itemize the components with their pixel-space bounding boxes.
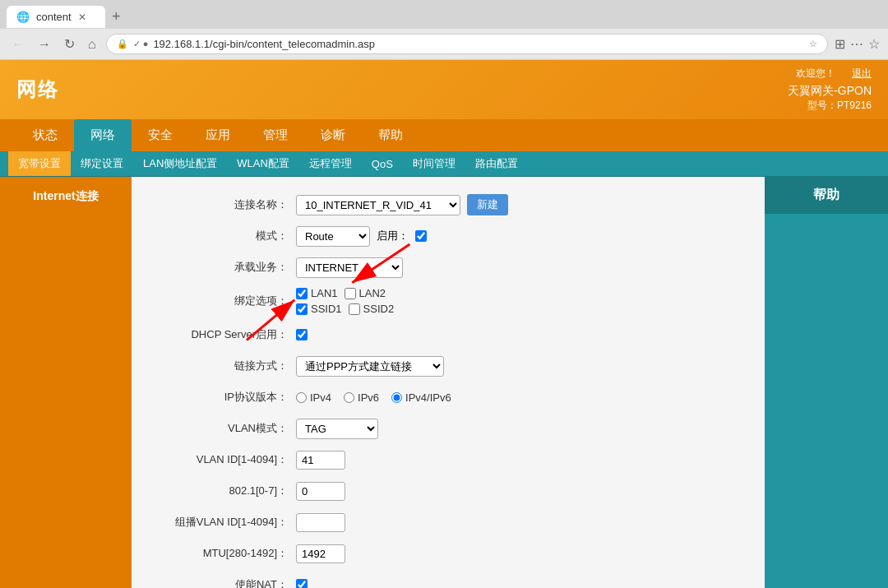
connection-name-group: 连接名称： 10_INTERNET_R_VID_41 新建 [148, 193, 748, 216]
router-info-top: 欢迎您！ 退出 [788, 67, 872, 81]
welcome-text: 欢迎您！ [796, 67, 835, 81]
ssid2-checkbox[interactable] [349, 303, 360, 315]
forward-btn[interactable]: → [35, 35, 54, 53]
nav-network[interactable]: 网络 [74, 119, 132, 151]
vlan-id-input[interactable] [296, 451, 345, 470]
subnav-lan[interactable]: LAN侧地址配置 [133, 151, 227, 176]
subnav-broadband[interactable]: 宽带设置 [8, 151, 71, 176]
connection-name-select[interactable]: 10_INTERNET_R_VID_41 [296, 195, 460, 215]
subnav-time[interactable]: 时间管理 [403, 151, 465, 176]
new-tab-btn[interactable]: + [105, 5, 127, 29]
menu-btn[interactable]: ⋯ [850, 36, 863, 52]
dhcp-label: DHCP Server启用： [148, 327, 296, 342]
dhcp-group: DHCP Server启用： [148, 323, 748, 346]
nav-help[interactable]: 帮助 [362, 119, 419, 151]
group-vlan-input[interactable] [296, 513, 345, 532]
dhcp-checkbox[interactable] [296, 329, 308, 340]
ipv4-radio[interactable] [296, 392, 307, 403]
tab-title: content [36, 11, 72, 23]
star-icon[interactable]: ☆ [809, 39, 817, 49]
mode-group: 模式： Route Bridge 启用： [148, 225, 748, 248]
logout-btn[interactable]: 退出 [852, 67, 872, 81]
service-select[interactable]: INTERNET TR069 VOICE [296, 257, 403, 278]
nav-manage[interactable]: 管理 [247, 119, 304, 151]
bind-ssid1: SSID1 [296, 303, 342, 315]
ssid1-label: SSID1 [311, 303, 342, 315]
s802-input[interactable] [296, 482, 345, 501]
s802-group: 802.1[0-7]： [148, 479, 748, 502]
ipv4ipv6-option: IPv4/IPv6 [391, 391, 451, 404]
mtu-control [296, 544, 345, 563]
bookmark-btn[interactable]: ☆ [868, 36, 880, 52]
refresh-btn[interactable]: ↻ [61, 35, 78, 53]
bind-lan2: LAN2 [345, 287, 386, 299]
url-box[interactable]: 🔒 ✓ ● 192.168.1.1/cgi-bin/content_teleco… [106, 34, 828, 54]
enable-checkbox[interactable] [415, 230, 427, 242]
dhcp-control [296, 329, 308, 340]
main-nav: 状态 网络 安全 应用 管理 诊断 帮助 [0, 119, 888, 151]
subnav-remote[interactable]: 远程管理 [299, 151, 362, 176]
s802-label: 802.1[0-7]： [148, 484, 296, 498]
nav-diagnose[interactable]: 诊断 [304, 119, 362, 151]
home-btn[interactable]: ⌂ [85, 35, 99, 53]
ipv6-radio[interactable] [344, 392, 354, 403]
content-area: Internet连接 连接名称： 10_INTERNET_R_VID_41 新建 [0, 177, 888, 588]
ipv6-label: IPv6 [358, 391, 379, 404]
back-btn[interactable]: ← [8, 35, 28, 53]
vlan-id-group: VLAN ID[1-4094]： [148, 448, 748, 471]
tab-favicon: 🌐 [16, 11, 30, 23]
bind-options: LAN1 LAN2 SSID1 [296, 287, 394, 315]
help-panel: 帮助 [765, 177, 888, 588]
bind-row-2: SSID1 SSID2 [296, 303, 394, 315]
nat-checkbox[interactable] [296, 579, 308, 588]
bind-ssid2: SSID2 [349, 303, 395, 315]
group-vlan-label: 组播VLAN ID[1-4094]： [148, 515, 296, 530]
link-select[interactable]: 通过PPP方式建立链接 通过DHCP方式建立链接 静态IP [296, 356, 444, 377]
connection-name-control: 10_INTERNET_R_VID_41 新建 [296, 194, 508, 215]
link-group: 链接方式： 通过PPP方式建立链接 通过DHCP方式建立链接 静态IP [148, 354, 748, 377]
router-info: 欢迎您！ 退出 天翼网关-GPON 型号：PT9216 [788, 67, 872, 113]
verified-icon: ✓ ● [133, 39, 149, 49]
help-title: 帮助 [765, 177, 888, 214]
service-label: 承载业务： [148, 260, 296, 275]
page-wrapper: 网络 欢迎您！ 退出 天翼网关-GPON 型号：PT9216 状态 网络 安全 … [0, 60, 888, 588]
subnav-qos[interactable]: QoS [362, 153, 403, 175]
connection-name-label: 连接名称： [148, 197, 296, 212]
nat-group: 使能NAT： [148, 573, 748, 588]
ipv6-option: IPv6 [344, 391, 379, 404]
group-vlan-control [296, 513, 345, 532]
nav-security[interactable]: 安全 [132, 119, 189, 151]
lan1-checkbox[interactable] [296, 288, 308, 299]
bind-lan1: LAN1 [296, 287, 338, 299]
ipv4ipv6-radio[interactable] [391, 392, 402, 403]
lan1-label: LAN1 [311, 287, 338, 299]
ssid1-checkbox[interactable] [296, 303, 308, 315]
tab-bar: 🌐 content ✕ + [0, 0, 888, 29]
sidebar-internet-connection: Internet连接 [0, 177, 132, 216]
mtu-label: MTU[280-1492]： [148, 546, 296, 561]
ipv4ipv6-label: IPv4/IPv6 [405, 391, 451, 404]
vlan-mode-select[interactable]: TAG UNTAG [296, 419, 378, 439]
vlan-mode-group: VLAN模式： TAG UNTAG [148, 417, 748, 440]
model-label: 型号：PT9216 [788, 99, 872, 113]
group-vlan-group: 组播VLAN ID[1-4094]： [148, 511, 748, 534]
tab-close-btn[interactable]: ✕ [78, 12, 86, 23]
ip-version-group: IP协议版本： IPv4 IPv6 IPv4/IPv6 [148, 386, 748, 409]
vlan-mode-control: TAG UNTAG [296, 419, 378, 439]
active-tab[interactable]: 🌐 content ✕ [7, 6, 105, 28]
new-btn[interactable]: 新建 [467, 194, 508, 215]
subnav-route[interactable]: 路由配置 [465, 151, 528, 176]
nav-apps[interactable]: 应用 [189, 119, 247, 151]
gateway-name: 天翼网关-GPON [788, 84, 872, 99]
service-group: 承载业务： INTERNET TR069 VOICE [148, 256, 748, 279]
mode-select[interactable]: Route Bridge [296, 226, 370, 247]
nat-control [296, 579, 308, 588]
subnav-wlan[interactable]: WLAN配置 [227, 151, 299, 176]
subnav-bind[interactable]: 绑定设置 [71, 151, 133, 176]
extensions-btn[interactable]: ⊞ [835, 36, 845, 52]
s802-control [296, 482, 345, 501]
lan2-checkbox[interactable] [345, 288, 356, 299]
bind-label: 绑定选项： [148, 294, 296, 308]
mtu-input[interactable] [296, 544, 345, 563]
nav-status[interactable]: 状态 [16, 119, 74, 151]
